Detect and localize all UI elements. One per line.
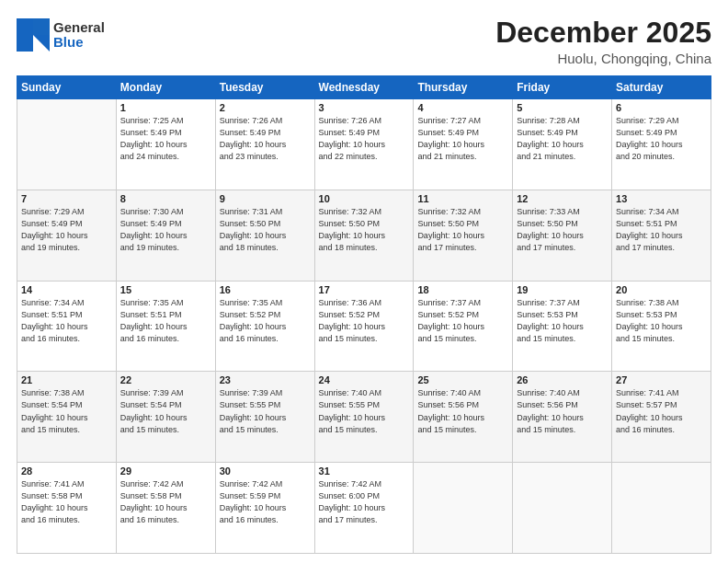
calendar-cell: 29Sunrise: 7:42 AM Sunset: 5:58 PM Dayli… [116, 463, 215, 554]
day-number: 8 [120, 193, 211, 204]
logo-container: General Blue [17, 18, 105, 52]
day-info: Sunrise: 7:40 AM Sunset: 5:56 PM Dayligh… [517, 387, 608, 435]
day-number: 16 [220, 284, 311, 295]
day-number: 4 [417, 102, 508, 113]
header: General Blue December 2025 Huolu, Chongq… [17, 17, 711, 66]
day-info: Sunrise: 7:37 AM Sunset: 5:53 PM Dayligh… [517, 297, 608, 345]
day-info: Sunrise: 7:39 AM Sunset: 5:55 PM Dayligh… [220, 387, 311, 435]
calendar-cell: 28Sunrise: 7:41 AM Sunset: 5:58 PM Dayli… [17, 463, 117, 554]
calendar-week-4: 28Sunrise: 7:41 AM Sunset: 5:58 PM Dayli… [17, 463, 711, 554]
day-info: Sunrise: 7:29 AM Sunset: 5:49 PM Dayligh… [616, 115, 707, 163]
calendar-cell: 7Sunrise: 7:29 AM Sunset: 5:49 PM Daylig… [17, 190, 117, 281]
calendar-cell: 27Sunrise: 7:41 AM Sunset: 5:57 PM Dayli… [612, 372, 711, 463]
calendar-week-1: 7Sunrise: 7:29 AM Sunset: 5:49 PM Daylig… [17, 190, 711, 281]
calendar-cell [513, 463, 612, 554]
day-info: Sunrise: 7:29 AM Sunset: 5:49 PM Dayligh… [21, 206, 112, 254]
day-number: 12 [517, 193, 608, 204]
day-header-saturday: Saturday [612, 76, 711, 99]
day-info: Sunrise: 7:28 AM Sunset: 5:49 PM Dayligh… [517, 115, 608, 163]
calendar-cell: 17Sunrise: 7:36 AM Sunset: 5:52 PM Dayli… [314, 281, 414, 372]
calendar-cell: 10Sunrise: 7:32 AM Sunset: 5:50 PM Dayli… [314, 190, 414, 281]
title-block: December 2025 Huolu, Chongqing, China [495, 17, 711, 66]
day-number: 5 [517, 102, 608, 113]
day-header-monday: Monday [116, 76, 215, 99]
day-info: Sunrise: 7:33 AM Sunset: 5:50 PM Dayligh… [517, 206, 608, 254]
day-info: Sunrise: 7:32 AM Sunset: 5:50 PM Dayligh… [319, 206, 410, 254]
logo-general: General [53, 20, 105, 36]
day-info: Sunrise: 7:42 AM Sunset: 6:00 PM Dayligh… [319, 478, 410, 526]
day-info: Sunrise: 7:41 AM Sunset: 5:58 PM Dayligh… [21, 478, 112, 526]
svg-rect-0 [17, 18, 33, 52]
day-number: 29 [120, 465, 211, 477]
calendar-cell: 26Sunrise: 7:40 AM Sunset: 5:56 PM Dayli… [513, 372, 612, 463]
day-number: 11 [417, 193, 508, 204]
calendar-cell: 22Sunrise: 7:39 AM Sunset: 5:54 PM Dayli… [116, 372, 215, 463]
day-info: Sunrise: 7:40 AM Sunset: 5:56 PM Dayligh… [417, 387, 508, 435]
calendar-cell: 11Sunrise: 7:32 AM Sunset: 5:50 PM Dayli… [414, 190, 513, 281]
calendar-cell: 1Sunrise: 7:25 AM Sunset: 5:49 PM Daylig… [116, 99, 215, 190]
calendar-header-row: SundayMondayTuesdayWednesdayThursdayFrid… [17, 76, 711, 99]
day-number: 9 [220, 193, 311, 204]
day-number: 23 [220, 374, 311, 385]
calendar-cell: 2Sunrise: 7:26 AM Sunset: 5:49 PM Daylig… [215, 99, 314, 190]
calendar-cell: 15Sunrise: 7:35 AM Sunset: 5:51 PM Dayli… [116, 281, 215, 372]
calendar-cell: 16Sunrise: 7:35 AM Sunset: 5:52 PM Dayli… [215, 281, 314, 372]
day-number: 3 [319, 102, 410, 113]
calendar-cell: 24Sunrise: 7:40 AM Sunset: 5:55 PM Dayli… [314, 372, 414, 463]
day-info: Sunrise: 7:42 AM Sunset: 5:58 PM Dayligh… [120, 478, 211, 526]
day-number: 19 [517, 284, 608, 295]
day-number: 20 [616, 284, 707, 295]
day-number: 1 [120, 102, 211, 113]
day-number: 31 [319, 465, 410, 477]
day-number: 14 [21, 284, 112, 295]
day-header-wednesday: Wednesday [314, 76, 414, 99]
day-info: Sunrise: 7:40 AM Sunset: 5:55 PM Dayligh… [319, 387, 410, 435]
day-header-tuesday: Tuesday [215, 76, 314, 99]
calendar-cell: 23Sunrise: 7:39 AM Sunset: 5:55 PM Dayli… [215, 372, 314, 463]
calendar-cell: 6Sunrise: 7:29 AM Sunset: 5:49 PM Daylig… [612, 99, 711, 190]
calendar-cell: 20Sunrise: 7:38 AM Sunset: 5:53 PM Dayli… [612, 281, 711, 372]
day-number: 26 [517, 374, 608, 385]
calendar-cell [17, 99, 117, 190]
day-info: Sunrise: 7:37 AM Sunset: 5:52 PM Dayligh… [417, 297, 508, 345]
day-info: Sunrise: 7:41 AM Sunset: 5:57 PM Dayligh… [616, 387, 707, 435]
day-number: 10 [319, 193, 410, 204]
calendar-table: SundayMondayTuesdayWednesdayThursdayFrid… [17, 75, 711, 554]
day-info: Sunrise: 7:39 AM Sunset: 5:54 PM Dayligh… [120, 387, 211, 435]
day-header-sunday: Sunday [17, 76, 117, 99]
calendar-cell: 8Sunrise: 7:30 AM Sunset: 5:49 PM Daylig… [116, 190, 215, 281]
day-number: 13 [616, 193, 707, 204]
day-number: 7 [21, 193, 112, 204]
calendar-cell: 21Sunrise: 7:38 AM Sunset: 5:54 PM Dayli… [17, 372, 117, 463]
day-number: 27 [616, 374, 707, 385]
day-info: Sunrise: 7:32 AM Sunset: 5:50 PM Dayligh… [417, 206, 508, 254]
logo-text-block: General Blue [53, 20, 105, 51]
logo-blue: Blue [53, 35, 105, 51]
day-number: 25 [417, 374, 508, 385]
calendar-cell [612, 463, 711, 554]
day-info: Sunrise: 7:34 AM Sunset: 5:51 PM Dayligh… [616, 206, 707, 254]
day-info: Sunrise: 7:42 AM Sunset: 5:59 PM Dayligh… [220, 478, 311, 526]
calendar-cell: 12Sunrise: 7:33 AM Sunset: 5:50 PM Dayli… [513, 190, 612, 281]
day-header-friday: Friday [513, 76, 612, 99]
day-info: Sunrise: 7:27 AM Sunset: 5:49 PM Dayligh… [417, 115, 508, 163]
calendar-week-2: 14Sunrise: 7:34 AM Sunset: 5:51 PM Dayli… [17, 281, 711, 372]
day-info: Sunrise: 7:35 AM Sunset: 5:52 PM Dayligh… [220, 297, 311, 345]
day-info: Sunrise: 7:34 AM Sunset: 5:51 PM Dayligh… [21, 297, 112, 345]
logo-emblem [17, 18, 50, 52]
calendar-cell: 14Sunrise: 7:34 AM Sunset: 5:51 PM Dayli… [17, 281, 117, 372]
calendar-cell: 5Sunrise: 7:28 AM Sunset: 5:49 PM Daylig… [513, 99, 612, 190]
day-info: Sunrise: 7:26 AM Sunset: 5:49 PM Dayligh… [319, 115, 410, 163]
day-number: 28 [21, 465, 112, 477]
day-number: 18 [417, 284, 508, 295]
day-info: Sunrise: 7:31 AM Sunset: 5:50 PM Dayligh… [220, 206, 311, 254]
page: General Blue December 2025 Huolu, Chongq… [0, 0, 728, 563]
day-number: 15 [120, 284, 211, 295]
day-number: 2 [220, 102, 311, 113]
day-info: Sunrise: 7:38 AM Sunset: 5:54 PM Dayligh… [21, 387, 112, 435]
day-number: 30 [220, 465, 311, 477]
calendar-cell: 3Sunrise: 7:26 AM Sunset: 5:49 PM Daylig… [314, 99, 414, 190]
day-number: 17 [319, 284, 410, 295]
day-info: Sunrise: 7:36 AM Sunset: 5:52 PM Dayligh… [319, 297, 410, 345]
calendar-week-0: 1Sunrise: 7:25 AM Sunset: 5:49 PM Daylig… [17, 99, 711, 190]
